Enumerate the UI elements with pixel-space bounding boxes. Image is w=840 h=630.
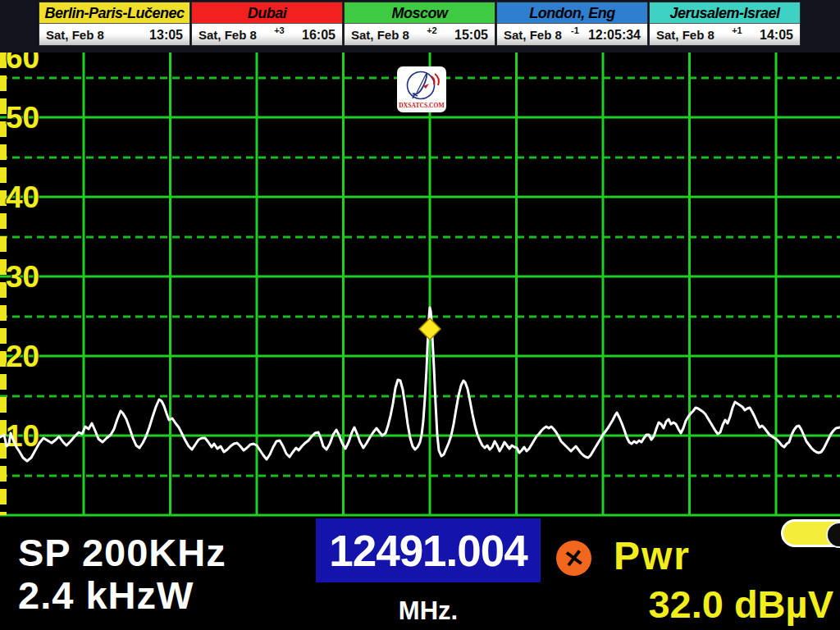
clock-date: Sat, Feb 8 (656, 28, 714, 42)
clock-time-row: Sat, Feb 8 13:05 (39, 24, 189, 45)
y-axis-tick-label: 50 (6, 101, 39, 135)
clock-date: Sat, Feb 8 (46, 28, 104, 42)
clock-panel: Moscow Sat, Feb 8 +2 15:05 (344, 2, 495, 46)
logo-text: DXSATCS.COM (399, 102, 444, 109)
clock-city-label: Jerusalem-Israel (650, 2, 800, 24)
peak-marker-icon (419, 318, 441, 340)
clock-panel: London, Eng Sat, Feb 8 -1 12:05:34 (496, 2, 648, 46)
clock-time: 16:05 (302, 28, 336, 43)
clock-time: 12:05:34 (588, 28, 641, 43)
clock-time: 15:05 (454, 28, 488, 43)
clock-time-row: Sat, Feb 8 +1 14:05 (650, 24, 800, 45)
toggle-knob-icon[interactable] (826, 522, 840, 548)
y-axis-tick-label: 40 (6, 180, 39, 214)
power-label: Pwr (614, 533, 691, 578)
clock-date: Sat, Feb 8 (351, 28, 409, 42)
power-value: 32.0 dBµV (574, 582, 833, 627)
bandwidth-readout: 2.4 kHzW (18, 573, 194, 618)
clock-city-label: Dubai (192, 2, 342, 24)
clock-city-label: Berlin-Paris-Lučenec (39, 2, 189, 24)
signal-meter-screen: 605040302010 Berlin-Paris-Lučenec Sat, F… (0, 0, 840, 630)
clock-utc-offset: +2 (427, 25, 437, 35)
y-axis-tick-label: 20 (6, 340, 39, 373)
clock-panel: Jerusalem-Israel Sat, Feb 8 +1 14:05 (649, 2, 801, 46)
clock-panel: Berlin-Paris-Lučenec Sat, Feb 8 13:05 (39, 2, 190, 46)
clock-date: Sat, Feb 8 (199, 28, 257, 42)
power-toggle[interactable] (781, 519, 840, 547)
clock-time: 14:05 (760, 28, 793, 43)
clock-city-label: Moscow (345, 2, 495, 24)
clock-city-label: London, Eng (497, 2, 647, 24)
clock-time-row: Sat, Feb 8 +2 15:05 (345, 24, 495, 45)
y-axis-tick-label: 30 (6, 260, 39, 294)
clock-utc-offset: +1 (732, 25, 742, 35)
clock-panels: Berlin-Paris-Lučenec Sat, Feb 8 13:05 Du… (39, 2, 801, 46)
close-icon: ✕ (562, 543, 586, 573)
clock-time: 13:05 (149, 28, 183, 43)
span-readout: SP 200KHz (18, 530, 226, 575)
clock-utc-offset: -1 (571, 25, 579, 35)
satellite-dish-icon: DXSATCS.COM (399, 68, 445, 111)
clock-time-row: Sat, Feb 8 -1 12:05:34 (497, 24, 647, 45)
clock-date: Sat, Feb 8 (504, 28, 562, 42)
frequency-value: 12491.004 (329, 526, 527, 576)
frequency-display[interactable]: 12491.004 (316, 518, 541, 582)
dxsatcs-logo: DXSATCS.COM (397, 66, 446, 112)
frequency-unit-label: MHz. (361, 596, 495, 626)
clock-panel: Dubai Sat, Feb 8 +3 16:05 (191, 2, 343, 46)
clock-utc-offset: +3 (274, 25, 285, 35)
clock-time-row: Sat, Feb 8 +3 16:05 (192, 24, 342, 45)
world-clock-bar: Berlin-Paris-Lučenec Sat, Feb 8 13:05 Du… (0, 0, 840, 52)
